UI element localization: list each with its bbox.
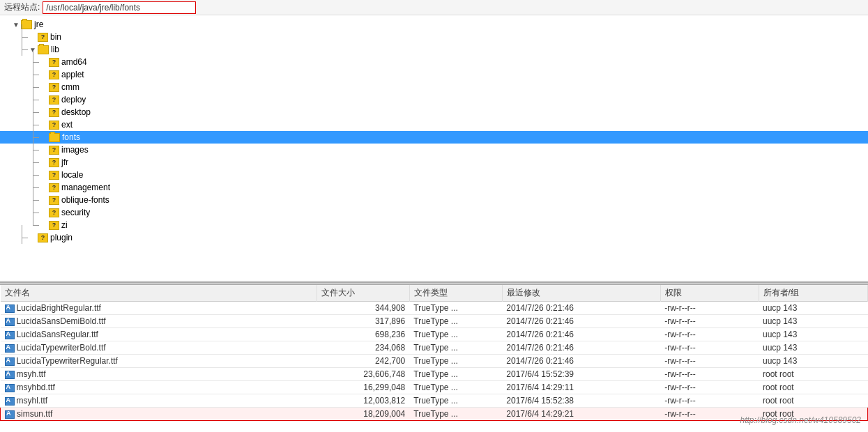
tree-node-oblique-fonts[interactable]: ?oblique-fonts (0, 194, 868, 206)
hline (28, 68, 39, 81)
table-row[interactable]: ALucidaTypewriterBold.ttf234,068TrueType… (1, 341, 868, 355)
unknown-icon: ? (49, 108, 59, 117)
file-size-cell: 242,700 (317, 355, 409, 368)
hline (28, 156, 39, 169)
tree-node-applet[interactable]: ?applet (0, 68, 868, 81)
tree-node-jre[interactable]: ▼jre (0, 18, 868, 31)
tree-node-plugin[interactable]: ?plugin (0, 231, 868, 244)
file-owner-cell: uucp 143 (759, 315, 868, 328)
tree-node-locale[interactable]: ?locale (0, 169, 868, 181)
file-size-cell: 12,003,812 (317, 394, 409, 408)
table-row[interactable]: Asimsun.ttf18,209,004TrueType ...2017/6/… (1, 408, 868, 421)
file-perm-cell: -rw-r--r-- (660, 302, 759, 315)
col-header-date[interactable]: 最近修改 (502, 285, 660, 302)
tree-node-images[interactable]: ?images (0, 144, 868, 156)
table-row[interactable]: Amsyh.ttf23,606,748TrueType ...2017/6/4 … (1, 368, 868, 381)
tree-node-deploy[interactable]: ?deploy (0, 93, 868, 106)
file-date-cell: 2014/7/26 0:21:46 (502, 302, 660, 315)
file-name-cell: Amsyhl.ttf (1, 394, 317, 408)
unknown-icon: ? (49, 146, 59, 155)
file-date-cell: 2014/7/26 0:21:46 (502, 315, 660, 328)
file-date-cell: 2014/7/26 0:21:46 (502, 341, 660, 355)
tree-label: fonts (62, 132, 80, 142)
tree-node-bin[interactable]: ?bin (0, 31, 868, 43)
file-type-cell: TrueType ... (409, 302, 502, 315)
unknown-icon: ? (49, 171, 59, 180)
file-icon: A (5, 384, 15, 392)
hline (28, 169, 39, 181)
tree-label: oblique-fonts (61, 195, 109, 205)
tree-label: bin (50, 32, 61, 42)
tree-node-fonts[interactable]: fonts (0, 131, 868, 144)
tree-node-ext[interactable]: ?ext (0, 118, 868, 131)
file-size-cell: 317,896 (317, 315, 409, 328)
hline (28, 206, 39, 219)
file-perm-cell: -rw-r--r-- (660, 394, 759, 408)
file-icon: A (5, 357, 15, 366)
tree-node-desktop[interactable]: ?desktop (0, 106, 868, 118)
file-perm-cell: -rw-r--r-- (660, 381, 759, 394)
file-name-cell: ALucidaTypewriterBold.ttf (1, 341, 317, 355)
hline (28, 118, 39, 131)
vline (17, 219, 28, 231)
table-row[interactable]: ALucidaTypewriterRegular.ttf242,700TrueT… (1, 355, 868, 368)
tree-label: images (61, 145, 89, 155)
vline (17, 194, 28, 206)
folder-icon (38, 45, 49, 54)
col-header-type[interactable]: 文件类型 (409, 285, 502, 302)
tree-area[interactable]: ▼jre?bin▼lib?amd64?applet?cmm?deploy?des… (0, 15, 868, 281)
tree-node-zi[interactable]: ?zi (0, 219, 868, 231)
vline (17, 169, 28, 181)
table-row[interactable]: Amsyhbd.ttf16,299,048TrueType ...2017/6/… (1, 381, 868, 394)
unknown-icon: ? (38, 233, 48, 242)
file-type-cell: TrueType ... (409, 394, 502, 408)
file-size-cell: 18,209,004 (317, 408, 409, 421)
col-header-size[interactable]: 文件大小 (317, 285, 409, 302)
tree-node-cmm[interactable]: ?cmm (0, 81, 868, 93)
tree-node-lib[interactable]: ▼lib (0, 43, 868, 56)
file-owner-cell: root root (759, 394, 868, 408)
vline (17, 56, 28, 68)
file-type-cell: TrueType ... (409, 328, 502, 341)
unknown-icon: ? (49, 221, 59, 230)
unknown-icon: ? (49, 158, 59, 167)
tree-node-security[interactable]: ?security (0, 206, 868, 219)
file-name-cell: ALucidaBrightRegular.ttf (1, 302, 317, 315)
table-row[interactable]: Amsyhl.ttf12,003,812TrueType ...2017/6/4… (1, 394, 868, 408)
tree-label: locale (61, 170, 83, 180)
file-name-cell: ALucidaSansRegular.ttf (1, 328, 317, 341)
unknown-icon: ? (49, 121, 59, 130)
tree-label: jfr (61, 157, 68, 167)
watermark: http://blog.csdn.net/w410589502 (740, 415, 861, 425)
unknown-icon: ? (49, 83, 59, 92)
col-header-owner[interactable]: 所有者/组 (759, 285, 868, 302)
col-header-name[interactable]: 文件名 (1, 285, 317, 302)
tree-toggle[interactable]: ▼ (11, 21, 21, 29)
file-size-cell: 23,606,748 (317, 368, 409, 381)
file-table-container[interactable]: 文件名 文件大小 文件类型 最近修改 权限 所有者/组 ALucidaBrigh… (0, 285, 868, 432)
vline (17, 144, 28, 156)
file-icon: A (5, 344, 15, 353)
file-type-cell: TrueType ... (409, 368, 502, 381)
file-date-cell: 2017/6/4 15:52:38 (502, 394, 660, 408)
file-type-cell: TrueType ... (409, 341, 502, 355)
vline (17, 156, 28, 169)
vline (17, 81, 28, 93)
col-header-perm[interactable]: 权限 (660, 285, 759, 302)
file-date-cell: 2014/7/26 0:21:46 (502, 355, 660, 368)
vline (17, 43, 28, 56)
file-owner-cell: uucp 143 (759, 302, 868, 315)
hline (28, 219, 39, 231)
tree-node-jfr[interactable]: ?jfr (0, 156, 868, 169)
file-table-body: ALucidaBrightRegular.ttf344,908TrueType … (1, 302, 868, 421)
table-row[interactable]: ALucidaSansDemiBold.ttf317,896TrueType .… (1, 315, 868, 328)
file-perm-cell: -rw-r--r-- (660, 368, 759, 381)
tree-node-management[interactable]: ?management (0, 181, 868, 194)
remote-path[interactable]: /usr/local/java/jre/lib/fonts (43, 1, 196, 14)
file-name-cell: Amsyhbd.ttf (1, 381, 317, 394)
file-icon: A (5, 318, 15, 326)
table-row[interactable]: ALucidaSansRegular.ttf698,236TrueType ..… (1, 328, 868, 341)
tree-label: management (61, 183, 110, 192)
tree-node-amd64[interactable]: ?amd64 (0, 56, 868, 68)
table-row[interactable]: ALucidaBrightRegular.ttf344,908TrueType … (1, 302, 868, 315)
